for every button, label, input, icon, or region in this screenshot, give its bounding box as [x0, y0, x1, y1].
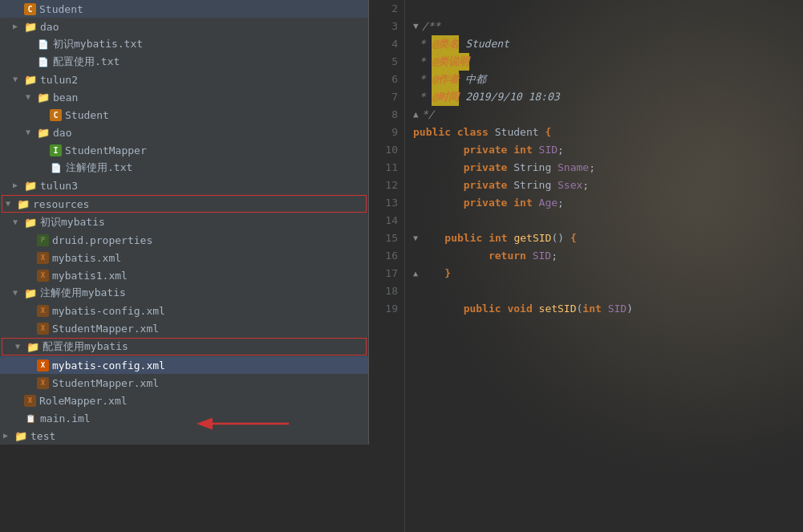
code-line-15: ▼ public int getSID () { [413, 229, 803, 247]
arrow-right-icon [3, 431, 13, 441]
line-num-17: 17 [369, 265, 398, 282]
semi-11: ; [589, 159, 595, 177]
tree-item-peizhi-txt[interactable]: 📄 配置使用.txt [0, 53, 368, 71]
tree-item-tulun3[interactable]: 📁 tulun3 [0, 177, 368, 194]
tree-item-main-iml[interactable]: 📋 main.iml [0, 409, 368, 427]
folder-icon: 📁 [37, 126, 50, 139]
tree-item-druid-prop[interactable]: P druid.properties [0, 231, 368, 249]
tree-item-studentmapper[interactable]: I StudentMapper [0, 141, 368, 159]
sp-15c [564, 229, 570, 247]
line-num-12: 12 [369, 177, 398, 194]
tree-item-mybatis-xml[interactable]: X mybatis.xml [0, 249, 368, 266]
tree-item-studentmapper-xml2[interactable]: X StudentMapper.xml [0, 374, 368, 392]
close-paren-19: ) [627, 300, 633, 318]
classname-student: Student [495, 124, 539, 141]
parens-15: () [551, 229, 564, 247]
kw-int-10: int [513, 141, 532, 159]
indent-17 [420, 265, 444, 282]
comment-close: */ [422, 106, 435, 124]
code-content[interactable]: ▼ /** * @类名 Student * @类说明 * [405, 0, 803, 532]
fold-indicator-8: ▲ [413, 106, 419, 124]
item-label: dao [40, 21, 59, 33]
folder-icon: 📁 [14, 429, 27, 442]
xml-icon: X [37, 305, 49, 317]
line-num-9: 9 [369, 124, 398, 141]
tree-item-resources[interactable]: 📁 resources [2, 195, 367, 213]
line-num-13: 13 [369, 194, 398, 212]
kw-int-13: int [513, 194, 532, 212]
tree-item-dao[interactable]: 📁 dao [0, 18, 368, 35]
xml-icon: X [37, 359, 49, 372]
kw-private-13: private [464, 194, 508, 212]
arrow-down-icon [15, 342, 25, 351]
item-label: tulun3 [40, 180, 78, 192]
tag-at-author: @作者 [432, 71, 459, 88]
tree-item-student-bean[interactable]: C Student [0, 106, 368, 124]
tree-item-zhujie-txt[interactable]: 📄 注解使用.txt [0, 159, 368, 177]
fold-indicator-17: ▲ [413, 265, 418, 282]
kw-public-15: public [444, 229, 482, 247]
comment-star-4: * [413, 35, 432, 53]
tree-item-student-root[interactable]: C Student [0, 0, 368, 18]
xml-icon: X [37, 252, 49, 264]
sp-19a [501, 300, 508, 318]
code-line-12: private String Ssex ; [413, 177, 803, 194]
item-label: main.iml [40, 412, 91, 424]
item-label: StudentMapper [65, 144, 147, 156]
tree-item-test[interactable]: 📁 test [0, 427, 368, 445]
comment-star-5: * [413, 53, 432, 71]
line-num-16: 16 [369, 247, 398, 265]
item-label: resources [33, 198, 89, 210]
code-line-14 [413, 212, 803, 229]
kw-public-9: public [413, 124, 451, 141]
tree-item-peizhi-mybatis-dir[interactable]: 📁 配置使用mybatis [2, 338, 367, 355]
xml-icon: X [37, 270, 49, 282]
tree-item-mybatis-config-xml2[interactable]: X mybatis-config.xml [0, 356, 368, 374]
item-label: mybatis1.xml [52, 270, 128, 282]
code-line-2 [413, 0, 803, 18]
sp-11a [507, 159, 513, 177]
tree-item-zhujie-mybatis-dir[interactable]: 📁 注解使用mybatis [0, 284, 368, 302]
tree-item-chumybatis-txt[interactable]: 📄 初识mybatis.txt [0, 35, 368, 53]
folder-icon: 📁 [37, 91, 50, 104]
tree-item-mybatis1-xml[interactable]: X mybatis1.xml [0, 266, 368, 284]
tree-item-rolemapper-xml[interactable]: X RoleMapper.xml [0, 392, 368, 409]
type-string-11: String [513, 159, 551, 177]
code-line-5: * @类说明 [413, 53, 803, 71]
folder-icon: 📁 [24, 286, 37, 299]
time-val: 2019/9/10 18:03 [465, 88, 559, 106]
arrow-down-icon [6, 199, 15, 209]
tree-item-tulun2[interactable]: 📁 tulun2 [0, 71, 368, 88]
method-setsid: setSID [539, 300, 577, 318]
xml-icon: X [37, 377, 49, 389]
tree-item-mybatis-config-xml1[interactable]: X mybatis-config.xml [0, 302, 368, 319]
item-label: bean [53, 91, 78, 104]
folder-icon: 📁 [24, 73, 37, 86]
open-paren-19: ( [577, 300, 583, 318]
folder-icon: 📁 [24, 20, 37, 33]
code-editor-panel: 2 3 4 5 6 7 8 9 10 11 12 13 14 15 16 17 … [369, 0, 803, 532]
semi-13: ; [558, 194, 564, 212]
line-num-3: 3 [369, 18, 398, 35]
tag-at-classdesc: @类说明 [432, 53, 469, 71]
code-line-13: private int Age ; [413, 194, 803, 212]
iml-icon: 📋 [24, 412, 37, 424]
sp-9c [539, 124, 545, 141]
kw-int-15: int [489, 229, 507, 247]
tree-item-chushi-mybatis-dir[interactable]: 📁 初识mybatis [0, 213, 368, 231]
tag-at-classname: @类名 [432, 35, 459, 53]
tree-item-studentmapper-xml1[interactable]: X StudentMapper.xml [0, 319, 368, 337]
kw-class: class [457, 124, 489, 141]
semi-16: ; [551, 247, 558, 265]
kw-private-10: private [464, 141, 508, 159]
comment-star-6: * [413, 71, 432, 88]
item-label: mybatis.xml [52, 252, 121, 264]
tree-item-dao2[interactable]: 📁 dao [0, 124, 368, 141]
arrow-down-icon [13, 217, 22, 227]
folder-icon: 📁 [24, 179, 37, 192]
indent-19 [413, 300, 464, 318]
tag-at-time: @时间 [432, 88, 459, 106]
resources-folder-icon: 📁 [17, 197, 30, 210]
kw-public-19: public [464, 300, 501, 318]
tree-item-bean[interactable]: 📁 bean [0, 88, 368, 106]
